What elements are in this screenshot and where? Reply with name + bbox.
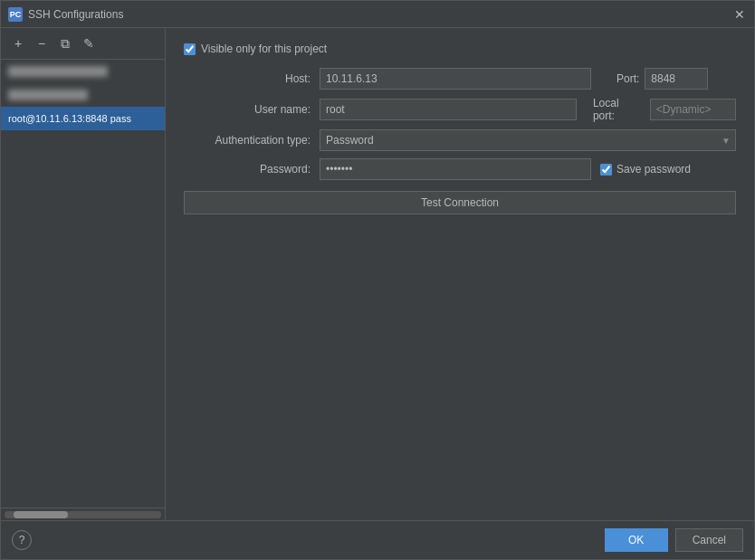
host-label: Host: xyxy=(184,72,320,85)
save-password-row: Save password xyxy=(600,163,691,176)
remove-button[interactable]: − xyxy=(32,33,52,53)
username-label: User name: xyxy=(184,103,320,116)
port-part: Port: xyxy=(609,68,708,90)
copy-button[interactable]: ⧉ xyxy=(55,33,75,53)
titlebar: PC SSH Configurations ✕ xyxy=(1,1,754,28)
password-row: Save password xyxy=(320,158,736,180)
username-row: Local port: <Dynamic> xyxy=(320,97,736,122)
auth-type-label: Authentication type: xyxy=(184,134,320,147)
auth-type-select[interactable]: Password Key pair OpenSSH config and aut… xyxy=(320,129,736,151)
ok-button[interactable]: OK xyxy=(605,528,668,552)
ssh-configurations-window: PC SSH Configurations ✕ + − ⧉ ✎ root@192… xyxy=(0,0,755,560)
visible-row: Visible only for this project xyxy=(184,43,736,55)
host-port-row: Port: xyxy=(320,68,736,90)
save-password-checkbox[interactable] xyxy=(600,164,612,176)
toolbar: + − ⧉ ✎ xyxy=(1,28,165,60)
password-label: Password: xyxy=(184,163,320,176)
host-part xyxy=(320,68,591,90)
right-panel: Visible only for this project Host: Port… xyxy=(166,28,754,520)
app-icon: PC xyxy=(8,7,23,22)
cancel-button[interactable]: Cancel xyxy=(675,528,743,552)
action-buttons: OK Cancel xyxy=(605,528,743,552)
list-item-selected[interactable]: root@10.11.6.13:8848 pass xyxy=(1,107,165,130)
help-button[interactable]: ? xyxy=(12,530,32,550)
window-title: SSH Configurations xyxy=(28,8,732,21)
save-password-label: Save password xyxy=(616,163,691,176)
main-content: + − ⧉ ✎ root@192.168.1.22 pa 10.10.0.14.… xyxy=(1,28,754,520)
username-input[interactable] xyxy=(320,99,577,120)
bottom-bar: ? OK Cancel xyxy=(1,520,754,559)
config-list: root@192.168.1.22 pa 10.10.0.14.22 pas r… xyxy=(1,60,165,508)
list-item[interactable]: root@192.168.1.22 pa xyxy=(1,60,165,83)
visible-label: Visible only for this project xyxy=(201,43,327,55)
visible-checkbox[interactable] xyxy=(184,43,196,55)
local-port-display: <Dynamic> xyxy=(650,99,736,120)
left-panel: + − ⧉ ✎ root@192.168.1.22 pa 10.10.0.14.… xyxy=(1,28,166,520)
port-input[interactable] xyxy=(645,68,708,90)
form-grid: Host: Port: User name: Local port: xyxy=(184,68,736,180)
close-button[interactable]: ✕ xyxy=(732,7,747,22)
test-connection-button[interactable]: Test Connection xyxy=(184,191,736,214)
add-button[interactable]: + xyxy=(8,33,28,53)
edit-button[interactable]: ✎ xyxy=(79,33,99,53)
auth-type-wrapper: Password Key pair OpenSSH config and aut… xyxy=(320,129,736,151)
password-input[interactable] xyxy=(320,158,591,180)
local-port-label: Local port: xyxy=(593,97,641,122)
list-item[interactable]: 10.10.0.14.22 pas xyxy=(1,83,165,107)
horizontal-scrollbar[interactable] xyxy=(1,508,165,520)
host-input[interactable] xyxy=(320,68,591,90)
port-label: Port: xyxy=(616,72,639,85)
